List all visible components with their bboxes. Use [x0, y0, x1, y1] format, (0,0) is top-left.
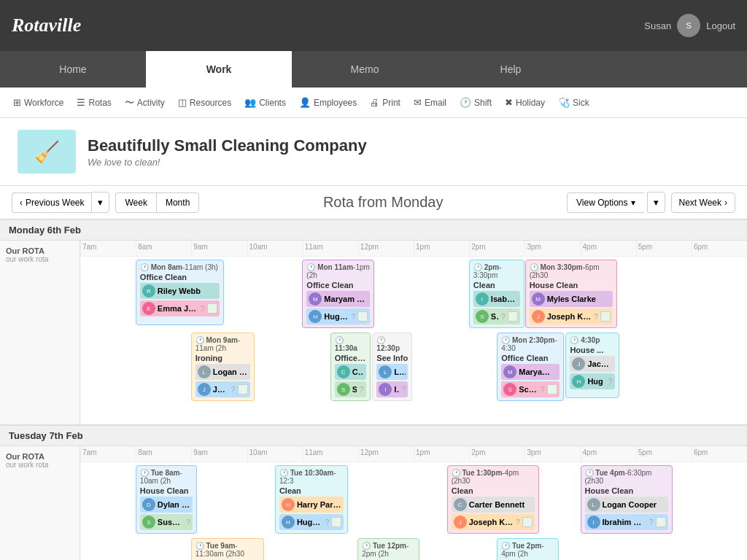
- hugo-tue-check[interactable]: [331, 517, 341, 527]
- prev-week-dropdown[interactable]: ▾: [91, 192, 109, 213]
- joseph-tue-q: ?: [516, 518, 520, 526]
- person-jacob[interactable]: J Jacob Da: [570, 356, 614, 372]
- shift-mon-11am[interactable]: 🕐 Mon 11am-1pm (2h Office Clean M Maryam…: [302, 260, 374, 328]
- person-emma[interactable]: E Emma James ?: [140, 300, 220, 316]
- person-susi[interactable]: S Susi ?: [335, 381, 366, 397]
- person-ibra[interactable]: I Ibra ?: [376, 381, 408, 397]
- shift-mon-2pm[interactable]: 🕐 2pm-3:30pm Clean I Isabella Wilsor S S…: [469, 260, 525, 328]
- tab-help[interactable]: Help: [438, 51, 584, 88]
- subnav-shift[interactable]: 🕐 Shift: [454, 94, 498, 111]
- time-6pm: 6pm: [692, 241, 747, 256]
- shift-mon-1130am[interactable]: 🕐 11:30a Office ... C Carter Be S Susi ?: [330, 332, 371, 401]
- person-scarlett[interactable]: S Scarlett ?: [501, 381, 559, 397]
- week-button[interactable]: Week: [115, 192, 155, 213]
- tab-home[interactable]: Home: [0, 51, 146, 88]
- tuesday-header: Tuesday 7th Feb: [0, 425, 747, 446]
- time-1pm-tue: 1pm: [414, 446, 469, 462]
- person-carter-b[interactable]: C Carter Be: [335, 364, 366, 380]
- hugo-check[interactable]: [357, 311, 368, 322]
- monday-rota-label: Our ROTA our work rota: [0, 241, 80, 424]
- view-options-dropdown[interactable]: ▾: [647, 192, 665, 213]
- joseph-check[interactable]: [600, 311, 611, 322]
- subnav-holiday[interactable]: ✖ Holiday: [499, 94, 551, 111]
- company-logo: 🧹: [18, 130, 76, 174]
- sick-icon: 🩺: [558, 97, 570, 108]
- subnav-activity[interactable]: 〜 Activity: [119, 93, 171, 112]
- person-carter-tue[interactable]: C Carter Bennett: [452, 497, 535, 513]
- shift-tue-2pm[interactable]: 🕐 Tue 2pm-4pm (2h Deep Clean: [497, 538, 559, 560]
- hugo-q: ?: [351, 312, 355, 321]
- next-week-button[interactable]: Next Week ›: [671, 192, 735, 213]
- emma-check[interactable]: [207, 303, 217, 314]
- person-susan1[interactable]: S Susan ?: [473, 308, 520, 324]
- person-hugo-tue[interactable]: H Hugo Tu ?: [279, 514, 344, 530]
- joseph-tue-check[interactable]: [522, 517, 533, 527]
- joseph2-check[interactable]: [238, 384, 248, 394]
- shift-label: House ...: [570, 346, 614, 354]
- prev-week-button[interactable]: ‹ Previous Week: [12, 192, 91, 213]
- subnav-print-label: Print: [382, 98, 400, 108]
- emma-avatar: E: [142, 302, 155, 315]
- person-hugo-t1[interactable]: H Hugo Tu ?: [306, 308, 370, 324]
- shift-tue-12pm[interactable]: 🕐 Tue 12pm-2pm (2h Clean: [357, 538, 419, 560]
- dylan-avatar: D: [142, 498, 155, 511]
- shift-mon-230pm[interactable]: 🕐 Mon 2:30pm-4:30 Office Clean M Maryam …: [497, 332, 563, 401]
- person-maryam2[interactable]: M Maryam Jackso: [501, 364, 559, 380]
- tab-memo[interactable]: Memo: [292, 51, 438, 88]
- subnav-clients-label: Clients: [259, 98, 286, 108]
- shift-mon-430pm[interactable]: 🕐 4:30p House ... J Jacob Da H Hug ?: [565, 332, 619, 398]
- logout-button[interactable]: Logout: [706, 20, 735, 31]
- susan-check[interactable]: [508, 311, 518, 322]
- loganc-avatar: L: [379, 365, 392, 378]
- shift-tue-4pm[interactable]: 🕐 Tue 4pm-6:30pm (2h30 House Clean L Log…: [581, 465, 673, 534]
- person-logan[interactable]: L Logan Cooper: [196, 364, 250, 380]
- shift-tue-1030am[interactable]: 🕐 Tue 10:30am-12:3 Clean H Harry Parker …: [275, 465, 349, 534]
- subnav-resources[interactable]: ◫ Resources: [172, 94, 237, 111]
- subnav-email[interactable]: ✉ Email: [408, 94, 452, 111]
- view-options-button[interactable]: View Options ▾: [567, 192, 643, 213]
- person-myles[interactable]: M Myles Clarke: [530, 291, 613, 307]
- person-joseph2[interactable]: J Joseph ?: [196, 381, 250, 397]
- shift-mon-9am-ironing[interactable]: 🕐 Mon 9am-11am (2h Ironing L Logan Coope…: [191, 332, 255, 401]
- person-dylan[interactable]: D Dylan Butler: [140, 497, 193, 513]
- subnav-clients[interactable]: 👥 Clients: [239, 94, 292, 111]
- shift-tue-9am[interactable]: 🕐 Tue 9am-11:30am (2h30 House Clean: [191, 538, 265, 560]
- shift-time: 🕐 12:30p: [376, 336, 408, 352]
- person-hug[interactable]: H Hug ?: [570, 373, 614, 389]
- print-icon: 🖨: [370, 97, 379, 108]
- person-isabella[interactable]: I Isabella Wilsor: [473, 291, 520, 307]
- email-icon: ✉: [414, 97, 422, 108]
- username: Susan: [644, 20, 671, 31]
- person-riley[interactable]: R Riley Webb: [140, 283, 220, 299]
- person-logan-tue[interactable]: L Logan Cooper: [585, 497, 668, 513]
- person-joseph-tue[interactable]: J Joseph Kelly ?: [452, 514, 535, 530]
- shift-mon-330pm[interactable]: 🕐 Mon 3:30pm-6pm (2h30 House Clean M Myl…: [525, 260, 617, 328]
- tab-work[interactable]: Work: [146, 51, 292, 88]
- person-ibrahim[interactable]: I Ibrahim Morr ?: [585, 514, 668, 530]
- month-button[interactable]: Month: [156, 192, 199, 213]
- person-logan-c2[interactable]: L Logan Co: [376, 364, 408, 380]
- shift-time: 🕐 11:30a: [335, 336, 366, 352]
- person-susan-tue[interactable]: S Susan S ?: [140, 514, 193, 530]
- person-harry[interactable]: H Harry Parker: [279, 497, 344, 513]
- hug-avatar: H: [572, 375, 585, 388]
- subnav-print[interactable]: 🖨 Print: [364, 94, 406, 111]
- scarlett-check[interactable]: [547, 384, 557, 394]
- shift-mon-8am[interactable]: 🕐 Mon 8am-11am (3h) Office Clean R Riley…: [136, 260, 224, 325]
- shift-tue-130pm[interactable]: 🕐 Tue 1:30pm-4pm (2h30 Clean C Carter Be…: [447, 465, 539, 534]
- person-maryam[interactable]: M Maryam Jackso: [306, 291, 370, 307]
- subnav-employees[interactable]: 👤 Employees: [293, 94, 363, 111]
- subnav-rotas[interactable]: ☰ Rotas: [71, 94, 117, 111]
- shift-label: Clean: [279, 486, 344, 495]
- shift-time: 🕐 Tue 1:30pm-4pm (2h30: [452, 469, 535, 485]
- shift-mon-1230pm[interactable]: 🕐 12:30p See Info L Logan Co I Ibra ?: [372, 332, 412, 401]
- subnav-workforce[interactable]: ⊞ Workforce: [7, 94, 69, 111]
- subnav-sick[interactable]: 🩺 Sick: [552, 94, 595, 111]
- ibrahim-check[interactable]: [656, 517, 666, 527]
- person-joseph-k1[interactable]: J Joseph Kelly ?: [530, 308, 613, 324]
- shift-label: House Clean: [585, 486, 668, 495]
- subnav-shift-label: Shift: [474, 98, 492, 108]
- joseph2-name: Joseph: [213, 385, 229, 394]
- shift-tue-8am[interactable]: 🕐 Tue 8am-10am (2h House Clean D Dylan B…: [136, 465, 197, 534]
- hugo-tue-avatar: H: [282, 516, 295, 529]
